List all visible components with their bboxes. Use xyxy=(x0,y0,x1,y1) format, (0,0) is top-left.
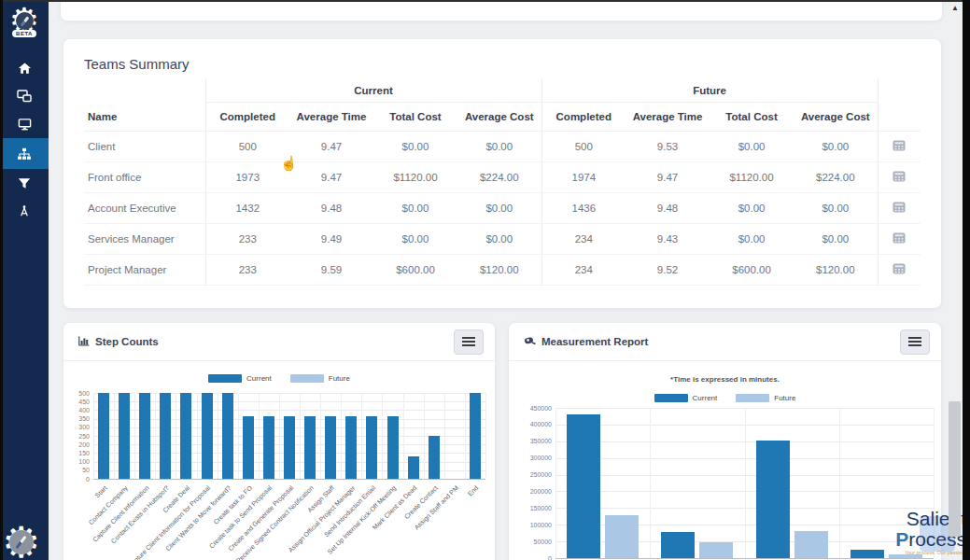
current-value-cell: 9.48 xyxy=(289,193,373,224)
gridline xyxy=(134,393,135,479)
teams-table-body: Client5009.47$0.00$0.005009.53$0.00$0.00… xyxy=(84,132,921,286)
row-report-button[interactable] xyxy=(878,132,921,162)
current-bar xyxy=(366,416,377,479)
teams-summary-table: Current Future Name Completed Average Ti… xyxy=(84,79,921,286)
future-bar xyxy=(794,531,828,558)
team-name-cell: Account Executive xyxy=(84,193,205,224)
gridline xyxy=(218,393,218,479)
gridline xyxy=(93,479,485,480)
legend-item-future[interactable]: Future xyxy=(736,394,795,402)
sidebar-item-automation[interactable] xyxy=(0,197,49,225)
current-bar xyxy=(243,416,254,479)
future-value-cell: 500 xyxy=(541,132,626,162)
current-bar xyxy=(263,416,274,479)
col-future-total-cost: Total Cost xyxy=(710,103,794,132)
app-logo[interactable]: ⚙ BETA xyxy=(3,4,46,49)
step-counts-plot: 050100150200250300350400450500StartConta… xyxy=(93,393,485,479)
scrollbar-thumb[interactable] xyxy=(949,401,961,537)
measurement-report-menu-button[interactable] xyxy=(900,329,930,355)
current-bar xyxy=(284,416,295,479)
gridline xyxy=(485,393,486,479)
future-value-cell: 9.43 xyxy=(626,224,710,255)
y-axis-tick: 500 xyxy=(54,390,90,397)
row-report-button[interactable] xyxy=(878,255,921,286)
gridline xyxy=(934,408,935,558)
sidebar-item-screen-share[interactable] xyxy=(0,82,49,110)
current-value-cell: $120.00 xyxy=(457,255,541,286)
current-value-cell: $0.00 xyxy=(457,132,541,162)
y-axis-tick: 200000 xyxy=(516,488,552,495)
sidebar-item-filter[interactable] xyxy=(0,169,49,197)
current-bar xyxy=(160,393,171,479)
y-axis-tick: 300000 xyxy=(516,455,552,461)
legend-item-current[interactable]: Current xyxy=(208,374,272,383)
measurement-report-header: Measurement Report xyxy=(509,323,941,360)
current-value-cell: 233 xyxy=(205,255,289,286)
current-bar xyxy=(470,393,481,479)
col-current-total-cost: Total Cost xyxy=(373,103,457,132)
col-future-completed: Completed xyxy=(541,103,626,132)
group-header-row: Current Future xyxy=(84,79,921,103)
current-bar xyxy=(304,416,316,479)
gridline xyxy=(650,408,651,558)
scroll-up-arrow[interactable]: ▲ xyxy=(948,2,963,14)
col-current-completed: Completed xyxy=(205,103,289,132)
footer-logo: ⚙ xyxy=(2,521,40,560)
gridline xyxy=(93,393,485,394)
mouse-cursor: ☝ xyxy=(280,155,298,172)
table-row: Account Executive14329.48$0.00$0.0014369… xyxy=(84,193,921,224)
current-bar xyxy=(429,436,440,479)
gridline xyxy=(176,393,176,479)
step-counts-menu-button[interactable] xyxy=(454,329,484,355)
gridline xyxy=(93,401,485,402)
table-row: Services Manager2339.49$0.00$0.002349.43… xyxy=(84,224,921,255)
gridline xyxy=(403,393,404,479)
current-bar xyxy=(119,393,130,479)
x-axis-label: Start xyxy=(94,484,108,498)
y-axis-tick: 50000 xyxy=(516,539,552,545)
y-axis-tick: 150000 xyxy=(516,505,552,511)
future-value-cell: 234 xyxy=(541,224,626,255)
filter-icon xyxy=(18,177,31,189)
gridline xyxy=(555,408,556,558)
y-axis-tick: 450000 xyxy=(516,405,552,412)
teams-summary-card: Teams Summary Current Future Name Comple… xyxy=(63,39,941,308)
bar-chart-icon xyxy=(78,333,90,350)
legend-swatch xyxy=(290,374,324,383)
legend-item-current[interactable]: Current xyxy=(654,394,718,402)
y-axis-tick: 200 xyxy=(54,441,90,448)
sidebar-item-home[interactable] xyxy=(0,54,49,82)
current-value-cell: $0.00 xyxy=(373,132,457,162)
current-value-cell: $600.00 xyxy=(373,255,457,286)
sidebar-item-monitor[interactable] xyxy=(0,110,49,138)
y-axis-tick: 0 xyxy=(516,555,552,560)
y-axis-tick: 350 xyxy=(54,415,90,422)
sidebar-item-teams[interactable] xyxy=(0,138,49,169)
legend-label: Current xyxy=(246,374,272,383)
row-report-button[interactable] xyxy=(878,162,921,193)
legend-item-future[interactable]: Future xyxy=(290,374,350,383)
row-report-button[interactable] xyxy=(878,224,921,255)
row-report-button[interactable] xyxy=(878,193,921,224)
column-header-row: Name Completed Average Time Total Cost A… xyxy=(84,103,921,132)
legend-label: Current xyxy=(693,394,718,402)
col-current-average-time: Average Time xyxy=(289,103,373,132)
current-value-cell: $0.00 xyxy=(457,193,541,224)
gridline xyxy=(320,393,321,479)
table-row: Project Manager2339.59$600.00$120.002349… xyxy=(84,255,921,286)
y-axis-tick: 50 xyxy=(54,467,90,473)
current-value-cell: 9.59 xyxy=(289,255,373,286)
measurement-report-title: Measurement Report xyxy=(541,336,900,347)
future-value-cell: 9.47 xyxy=(626,162,710,193)
current-bar xyxy=(139,393,150,479)
team-name-cell: Client xyxy=(84,132,205,162)
window-left-edge xyxy=(0,0,3,560)
current-bar xyxy=(408,456,419,479)
gridline xyxy=(424,393,425,479)
gridline xyxy=(341,393,342,479)
future-value-cell: $224.00 xyxy=(794,162,878,193)
legend-swatch xyxy=(654,394,688,402)
window-right-edge xyxy=(963,0,970,560)
future-value-cell: 234 xyxy=(541,255,626,286)
measurement-report-plot: 0500001000001500002000002500003000003500… xyxy=(555,408,934,558)
